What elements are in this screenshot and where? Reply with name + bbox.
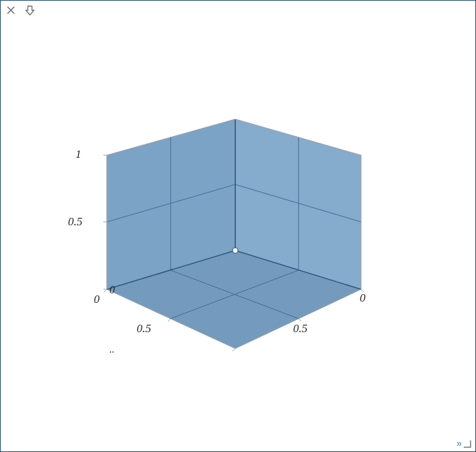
toolbar bbox=[5, 3, 36, 17]
svg-point-16 bbox=[233, 248, 238, 253]
y-tick-0.5: 0.5 bbox=[137, 322, 151, 336]
chart-3d[interactable]: 1 0.5 0 0.5 .. 0 0.5 0 bbox=[1, 17, 475, 435]
z-tick-0: 0 bbox=[109, 284, 115, 296]
more-icon[interactable]: » bbox=[456, 438, 460, 449]
svg-line-22 bbox=[104, 289, 107, 292]
y-tick-0: 0 bbox=[94, 293, 100, 306]
svg-line-26 bbox=[299, 319, 301, 321]
svg-line-23 bbox=[168, 319, 171, 321]
x-tick-0: 0 bbox=[360, 291, 366, 305]
z-tick-0.5: 0.5 bbox=[68, 215, 82, 229]
close-icon bbox=[6, 5, 16, 15]
y-tick-1-truncated: .. bbox=[109, 344, 115, 355]
down-arrow-icon bbox=[24, 5, 35, 16]
close-button[interactable] bbox=[5, 4, 17, 16]
x-tick-0.5: 0.5 bbox=[293, 322, 307, 336]
corner-controls: » bbox=[456, 438, 471, 449]
svg-line-24 bbox=[233, 349, 235, 351]
resize-handle-icon[interactable] bbox=[462, 438, 471, 448]
plot-frame: 1 0.5 0 0.5 .. 0 0.5 0 » bbox=[0, 0, 476, 452]
svg-marker-2 bbox=[26, 6, 34, 15]
export-button[interactable] bbox=[24, 4, 36, 16]
z-tick-1: 1 bbox=[75, 148, 82, 161]
